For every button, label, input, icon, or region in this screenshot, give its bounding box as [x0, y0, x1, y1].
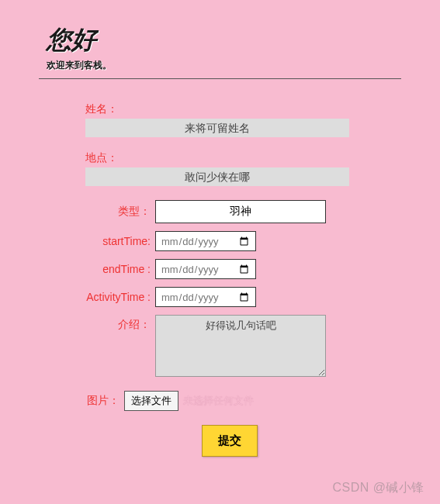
activity-time-label: ActivityTime : — [85, 291, 155, 303]
type-row: 类型： — [85, 200, 401, 223]
intro-row: 介绍： — [85, 315, 401, 377]
place-field-block: 地点： — [85, 151, 401, 186]
image-row: 图片： 选择文件 未选择任何文件 — [85, 391, 401, 411]
activity-time-input[interactable] — [155, 287, 256, 307]
header-divider — [39, 78, 401, 79]
file-hint: 未选择任何文件 — [183, 394, 254, 408]
choose-file-button[interactable]: 选择文件 — [124, 391, 178, 411]
place-label: 地点： — [85, 151, 401, 165]
name-field-block: 姓名： — [85, 102, 401, 137]
name-label: 姓名： — [85, 102, 401, 116]
name-input[interactable] — [85, 119, 349, 137]
form-body: 姓名： 地点： 类型： startTime: endTime : Activit… — [39, 102, 401, 457]
submit-button[interactable]: 提交 — [202, 425, 258, 457]
intro-textarea[interactable] — [155, 315, 326, 377]
watermark: CSDN @碱小锋 — [332, 480, 424, 496]
intro-label: 介绍： — [85, 315, 155, 332]
start-time-label: startTime: — [85, 235, 155, 247]
page-header: 您好 欢迎来到客栈。 — [39, 23, 401, 72]
activity-time-row: ActivityTime : — [85, 287, 401, 307]
page-subtitle: 欢迎来到客栈。 — [47, 59, 401, 72]
start-time-row: startTime: — [85, 231, 401, 251]
start-time-input[interactable] — [155, 231, 256, 251]
place-input[interactable] — [85, 167, 349, 186]
image-label: 图片： — [85, 394, 124, 408]
page-title: 您好 — [47, 23, 401, 57]
end-time-row: endTime : — [85, 259, 401, 279]
submit-wrap: 提交 — [85, 425, 401, 457]
type-label: 类型： — [85, 205, 155, 219]
type-input[interactable] — [155, 200, 326, 223]
end-time-input[interactable] — [155, 259, 256, 279]
end-time-label: endTime : — [85, 263, 155, 275]
